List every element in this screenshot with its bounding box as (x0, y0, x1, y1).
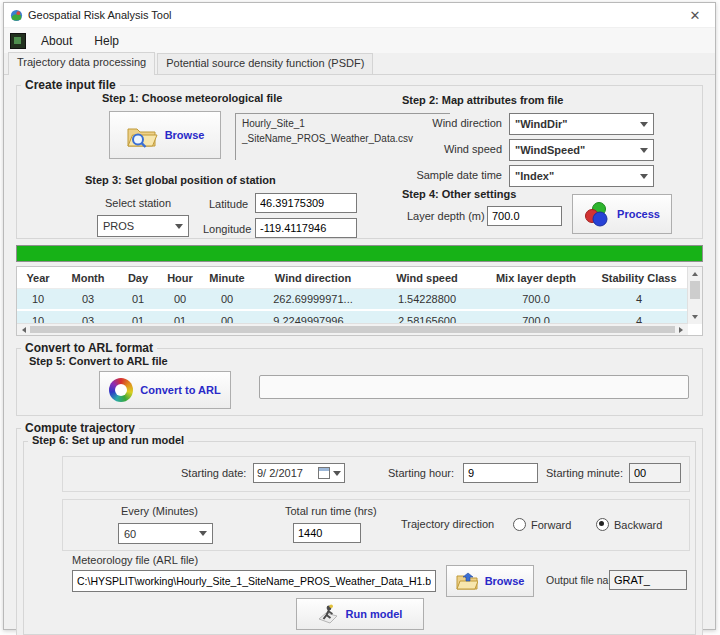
chevron-down-icon (175, 224, 183, 229)
tab-strip: Trajectory data processing Potential sou… (4, 53, 715, 75)
table-header-row: Year Month Day Hour Minute Wind directio… (17, 267, 687, 289)
convert-to-arl-group: Convert to ARL format Step 5: Convert to… (16, 348, 703, 416)
run-model-label: Run model (346, 608, 403, 620)
run-model-button[interactable]: Run model (296, 598, 424, 630)
station-select[interactable]: PROS (97, 215, 189, 237)
radio-checked-icon (596, 518, 609, 531)
scroll-left-icon[interactable] (19, 324, 29, 335)
create-input-file-group: Create input file Step 1: Choose meteoro… (16, 85, 703, 239)
wind-speed-select[interactable]: "WindSpeed" (509, 139, 654, 161)
weather-data-table: Year Month Day Hour Minute Wind directio… (16, 266, 703, 336)
step4-title: Step 4: Other settings (402, 188, 516, 200)
layer-depth-field[interactable] (487, 206, 562, 226)
sample-date-time-select[interactable]: "Index" (509, 165, 654, 187)
latitude-field[interactable] (255, 193, 357, 213)
process-label: Process (617, 208, 660, 220)
browse-label: Browse (485, 575, 525, 587)
starting-hour-label: Starting hour: (388, 467, 454, 479)
wind-direction-select[interactable]: "WindDir" (509, 113, 654, 135)
forward-radio[interactable]: Forward (513, 518, 571, 531)
step6-group: Step 6: Set up and run model Starting da… (23, 441, 696, 635)
chevron-down-icon (640, 148, 648, 153)
runner-icon (317, 603, 339, 625)
every-minutes-select[interactable]: 60 (118, 523, 213, 544)
close-icon[interactable]: ✕ (681, 8, 709, 23)
convert-to-arl-label: Convert to ARL (140, 384, 220, 396)
chevron-down-icon (640, 174, 648, 179)
menu-item-help[interactable]: Help (85, 31, 128, 51)
latitude-label: Latitude (209, 198, 248, 210)
progress-fill (17, 246, 702, 261)
wind-speed-label: Wind speed (357, 143, 502, 155)
step6-title: Step 6: Set up and run model (28, 434, 188, 446)
rgb-circles-icon (584, 201, 610, 227)
starting-minute-field[interactable] (629, 463, 681, 483)
chevron-down-icon (199, 531, 207, 536)
backward-radio[interactable]: Backward (596, 518, 662, 531)
vertical-scroll-thumb[interactable] (690, 281, 700, 299)
starting-date-label: Starting date: (181, 467, 246, 479)
starting-date-picker[interactable]: 9/ 2/2017 (253, 463, 345, 483)
menu-bar: About Help (4, 28, 715, 53)
group-title: Convert to ARL format (21, 341, 157, 355)
run-settings-panel: Every (Minutes) 60 Total run time (hrs) … (62, 499, 690, 551)
tab-content: Create input file Step 1: Choose meteoro… (4, 85, 715, 635)
scroll-down-icon[interactable] (688, 312, 702, 322)
met-file-field[interactable] (72, 570, 436, 592)
step5-title: Step 5: Convert to ARL file (29, 355, 168, 367)
step3-title: Step 3: Set global position of station (85, 174, 276, 186)
group-title: Create input file (21, 78, 120, 92)
radio-icon (513, 518, 526, 531)
total-run-time-field[interactable] (293, 523, 361, 543)
tab-trajectory-data-processing[interactable]: Trajectory data processing (8, 52, 155, 75)
sample-date-time-label: Sample date time (357, 169, 502, 181)
menu-app-icon (10, 33, 26, 49)
convert-to-arl-button[interactable]: Convert to ARL (99, 371, 231, 409)
menu-item-about[interactable]: About (32, 31, 81, 51)
table-horizontal-scrollbar[interactable] (17, 323, 688, 335)
start-datetime-panel: Starting date: 9/ 2/2017 Starting hour: … (62, 456, 690, 492)
app-window: Geospatial Risk Analysis Tool ✕ About He… (3, 2, 716, 630)
output-prefix-field[interactable] (609, 570, 687, 590)
calendar-icon (318, 467, 330, 479)
browse-arl-file-button[interactable]: Browse (446, 565, 534, 597)
longitude-label: Longitude (203, 223, 251, 235)
process-button[interactable]: Process (572, 194, 672, 234)
title-bar: Geospatial Risk Analysis Tool ✕ (4, 3, 715, 28)
select-station-label: Select station (105, 197, 171, 209)
window-title: Geospatial Risk Analysis Tool (28, 9, 681, 21)
table-vertical-scrollbar[interactable] (687, 267, 702, 324)
starting-minute-label: Starting minute: (546, 467, 623, 479)
horizontal-scroll-thumb[interactable] (30, 326, 675, 333)
browse-label: Browse (165, 129, 205, 141)
met-file-label: Meteorology file (ARL file) (72, 554, 198, 566)
table-row[interactable]: 10 03 01 00 00 262.69999971... 1.5422880… (17, 289, 687, 311)
scroll-up-icon[interactable] (688, 269, 702, 279)
arl-progress-bar (259, 375, 689, 399)
color-ring-icon (109, 378, 133, 402)
scroll-right-icon[interactable] (676, 324, 686, 335)
chevron-down-icon (640, 122, 648, 127)
group-title: Compute trajectory (21, 421, 139, 435)
folder-search-icon (126, 122, 158, 149)
compute-trajectory-group: Compute trajectory Step 6: Set up and ru… (16, 428, 703, 635)
every-minutes-label: Every (Minutes) (121, 505, 198, 517)
total-run-time-label: Total run time (hrs) (285, 505, 377, 517)
layer-depth-label: Layer depth (m) (407, 210, 485, 222)
trajectory-direction-label: Trajectory direction (401, 518, 494, 530)
wind-direction-label: Wind direction (357, 117, 502, 129)
process-progress-bar (16, 245, 703, 262)
step2-title: Step 2: Map attributes from file (402, 94, 563, 106)
folder-arrow-icon (456, 572, 478, 590)
tab-psdf[interactable]: Potential source density function (PSDF) (157, 53, 373, 74)
app-icon (10, 9, 23, 22)
browse-met-file-button[interactable]: Browse (109, 111, 221, 159)
step1-title: Step 1: Choose meteorological file (102, 92, 282, 104)
starting-hour-field[interactable] (463, 463, 538, 483)
chevron-down-icon (333, 471, 341, 476)
longitude-field[interactable] (255, 218, 357, 238)
